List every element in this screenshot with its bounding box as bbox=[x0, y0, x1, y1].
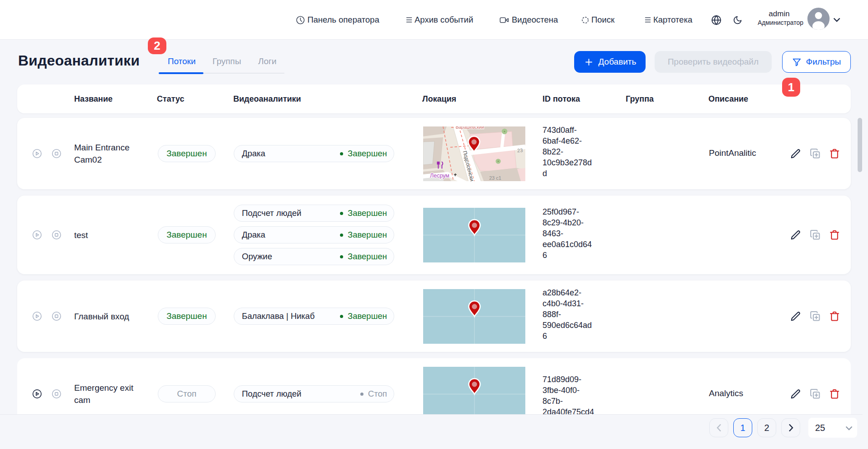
svg-text:23 с1: 23 с1 bbox=[489, 175, 501, 181]
svg-text:Барашёвский: Барашёвский bbox=[456, 126, 484, 130]
svg-text:23: 23 bbox=[517, 147, 523, 153]
svg-text:Лесрум: Лесрум bbox=[430, 173, 449, 179]
